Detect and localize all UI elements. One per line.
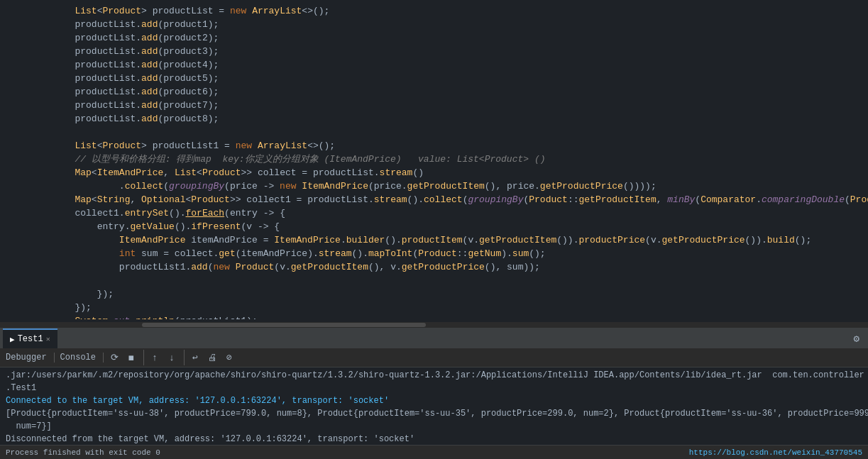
up-button[interactable]: ↑: [147, 350, 163, 365]
status-bar: Process finished with exit code 0 https:…: [0, 445, 868, 459]
code-editor: List<Product> productList = new ArrayLis…: [0, 0, 868, 328]
console-line-class: .Test1: [6, 382, 862, 394]
panel-tabs-left: ▶ Test1 ✕: [3, 328, 57, 348]
clear-button[interactable]: ⊘: [221, 350, 237, 365]
run-icon: ▶: [10, 335, 15, 344]
down-button[interactable]: ↓: [164, 350, 180, 365]
code-lines[interactable]: List<Product> productList = new ArrayLis…: [25, 3, 868, 319]
code-line: // 以型号和价格分组: 得到map key:你定义的分组对象 (ItemAnd…: [31, 153, 868, 166]
rerun-button[interactable]: ⟳: [106, 350, 122, 365]
process-text: Process finished with exit code 0: [6, 448, 160, 457]
code-line: System.out.println(productList1);: [31, 314, 868, 319]
stop-button[interactable]: ◼: [123, 350, 139, 365]
url-link[interactable]: https://blog.csdn.net/weixin_43770545: [689, 448, 862, 457]
bottom-panel: ▶ Test1 ✕ ⚙ Debugger Console ⟳ ◼ ↑ ↓ ↩ 🖨…: [0, 328, 868, 459]
horizontal-scrollbar[interactable]: [0, 322, 868, 328]
tab-label: Test1: [18, 334, 43, 344]
code-line: productList.add(product5);: [31, 72, 868, 85]
toolbar-section-debugger: Debugger: [3, 353, 55, 363]
code-area: List<Product> productList = new ArrayLis…: [0, 0, 868, 322]
code-line: List<Product> productList1 = new ArrayLi…: [31, 139, 868, 153]
code-line: productList.add(product8);: [31, 112, 868, 126]
code-line: });: [31, 287, 868, 301]
code-line: productList.add(product4);: [31, 58, 868, 72]
toolbar-section-console: Console: [57, 353, 104, 363]
code-line: Map<String, Optional<Product>> collect1 …: [31, 193, 868, 206]
code-line: });: [31, 301, 868, 314]
settings-icon[interactable]: ⚙: [848, 333, 865, 345]
soft-wrap-button[interactable]: ↩: [187, 350, 203, 365]
tab-close-icon[interactable]: ✕: [46, 335, 50, 343]
code-line: int sum = collect.get(itemAndPrice).stre…: [31, 247, 868, 260]
console-output[interactable]: .jar:/users/parkm/.m2/repository/org/apa…: [0, 367, 868, 445]
code-line: ItemAndPrice itemAndPrice = ItemAndPrice…: [31, 233, 868, 247]
toolbar: Debugger Console ⟳ ◼ ↑ ↓ ↩ 🖨 ⊘: [0, 348, 868, 367]
code-line: [31, 274, 868, 287]
console-line-output2: num=7}]: [6, 420, 862, 433]
console-line-connected: Connected to the target VM, address: '12…: [6, 394, 862, 407]
console-label: Console: [57, 353, 99, 363]
code-line: productList1.add(new Product(v.getProduc…: [31, 260, 868, 274]
line-numbers: [0, 3, 25, 319]
console-line-path: .jar:/users/parkm/.m2/repository/org/apa…: [6, 369, 862, 382]
toolbar-section-options: ↩ 🖨 ⊘: [187, 350, 241, 365]
code-line: productList.add(product7);: [31, 99, 868, 112]
panel-tabs: ▶ Test1 ✕ ⚙: [0, 328, 868, 348]
print-button[interactable]: 🖨: [204, 350, 220, 365]
code-line: collect1.entrySet().forEach(entry -> {: [31, 206, 868, 220]
toolbar-section-nav: ↑ ↓: [147, 350, 185, 365]
code-line: entry.getValue().ifPresent(v -> {: [31, 220, 868, 233]
debugger-label: Debugger: [3, 353, 50, 363]
process-status: Process finished with exit code 0: [6, 448, 160, 457]
console-line-output1: [Product{productItem='ss-uu-38', product…: [6, 407, 862, 420]
code-line: productList.add(product6);: [31, 85, 868, 99]
code-line: productList.add(product2);: [31, 31, 868, 45]
code-line: Map<ItemAndPrice, List<Product>> collect…: [31, 166, 868, 179]
scrollbar-thumb[interactable]: [142, 323, 426, 327]
code-line: .collect(groupingBy(price -> new ItemAnd…: [31, 179, 868, 193]
code-line: productList.add(product3);: [31, 45, 868, 58]
url-text: https://blog.csdn.net/weixin_43770545: [689, 448, 862, 457]
code-line: List<Product> productList = new ArrayLis…: [31, 4, 868, 18]
toolbar-section-buttons: ⟳ ◼: [106, 350, 144, 365]
code-line: productList.add(product1);: [31, 18, 868, 31]
code-line: [31, 126, 868, 139]
console-line-disconnected: Disconnected from the target VM, address…: [6, 433, 862, 445]
tab-test1[interactable]: ▶ Test1 ✕: [3, 328, 57, 348]
